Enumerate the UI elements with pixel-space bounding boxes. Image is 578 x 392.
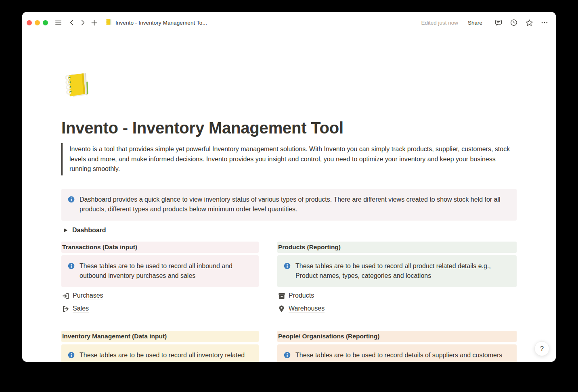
toggle-triangle-icon	[64, 228, 67, 232]
titlebar: Invento - Inventory Management To... Edi…	[22, 12, 556, 33]
section-inventory-title: Inventory Management (Data input)	[61, 331, 259, 342]
edited-status: Edited just now	[421, 20, 458, 26]
minimize-window-button[interactable]	[35, 20, 40, 25]
dashboard-toggle-label: Dashboard	[72, 227, 106, 234]
new-tab-icon[interactable]	[89, 18, 99, 27]
forward-icon[interactable]	[78, 18, 88, 27]
section-people-callout-text: These tables are to be used to record de…	[295, 350, 502, 362]
section-transactions-callout-text: These tables are to be used to record al…	[80, 261, 252, 281]
section-products-callout-text: These tables are to be used to record al…	[295, 261, 510, 281]
import-arrow-icon	[61, 292, 70, 300]
page-notebook-icon[interactable]	[61, 71, 92, 101]
sidebar-menu-icon[interactable]	[53, 18, 63, 27]
zoom-window-button[interactable]	[43, 20, 48, 25]
info-icon	[284, 350, 291, 362]
page-link-label: Warehouses	[289, 305, 325, 313]
intro-quote: Invento is a tool that provides simple y…	[61, 143, 517, 175]
back-icon[interactable]	[67, 18, 77, 27]
close-window-button[interactable]	[27, 20, 32, 25]
traffic-lights	[27, 20, 48, 25]
section-products-callout: These tables are to be used to record al…	[277, 255, 517, 287]
section-products: Products (Reporting) These tables are to…	[277, 242, 517, 316]
share-button[interactable]: Share	[468, 20, 482, 26]
dashboard-callout: Dashboard provides a quick glance to vie…	[61, 189, 517, 221]
page-link-sales[interactable]: Sales	[61, 303, 259, 315]
archive-box-icon	[277, 292, 286, 300]
page-link-products[interactable]: Products	[277, 290, 517, 302]
page-link-label: Products	[289, 292, 314, 300]
page-link-warehouses[interactable]: Warehouses	[277, 303, 517, 315]
dashboard-toggle[interactable]: Dashboard	[61, 225, 517, 236]
page-link-label: Sales	[73, 305, 89, 313]
location-pin-icon	[277, 304, 286, 313]
dashboard-callout-text: Dashboard provides a quick glance to vie…	[80, 195, 510, 215]
info-icon	[284, 261, 291, 281]
page-link-label: Purchases	[73, 292, 103, 300]
section-inventory-management: Inventory Management (Data input) These …	[61, 331, 259, 362]
info-icon	[68, 350, 75, 362]
tab-title: Invento - Inventory Management To...	[115, 20, 207, 26]
comments-icon[interactable]	[494, 18, 503, 27]
info-icon	[68, 261, 75, 281]
section-people-callout: These tables are to be used to record de…	[277, 344, 517, 362]
page-content: Invento - Inventory Management Tool Inve…	[22, 33, 556, 362]
section-products-title: Products (Reporting)	[277, 242, 517, 253]
favorite-star-icon[interactable]	[524, 18, 534, 27]
section-inventory-callout: These tables are to be used to record al…	[61, 344, 259, 362]
export-arrow-icon	[61, 304, 70, 313]
section-transactions: Transactions (Data input) These tables a…	[61, 242, 259, 316]
titlebar-actions: Edited just now Share	[421, 18, 549, 27]
notebook-icon	[105, 19, 112, 27]
section-transactions-callout: These tables are to be used to record al…	[61, 255, 259, 287]
sections-grid: Transactions (Data input) These tables a…	[61, 242, 517, 362]
section-people-organisations: People/ Organisations (Reporting) These …	[277, 331, 517, 362]
section-transactions-title: Transactions (Data input)	[61, 242, 259, 253]
section-inventory-callout-text: These tables are to be used to record al…	[80, 350, 252, 362]
history-clock-icon[interactable]	[509, 18, 519, 27]
app-window: Invento - Inventory Management To... Edi…	[22, 12, 556, 362]
info-icon	[68, 195, 75, 215]
page-tab[interactable]: Invento - Inventory Management To...	[105, 19, 207, 27]
page-title: Invento - Inventory Management Tool	[61, 119, 517, 136]
section-people-title: People/ Organisations (Reporting)	[277, 331, 517, 342]
more-options-icon[interactable]	[540, 18, 549, 27]
page-link-purchases[interactable]: Purchases	[61, 290, 259, 302]
help-button[interactable]: ?	[534, 341, 549, 356]
